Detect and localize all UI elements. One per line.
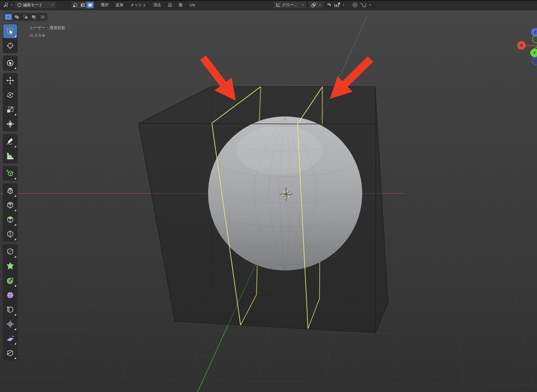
menu-mesh[interactable]: メッシュ: [127, 2, 150, 8]
gizmo-y-label: Y: [533, 51, 536, 55]
menu-vertex[interactable]: 頂点: [150, 2, 165, 8]
sphere-object[interactable]: [208, 116, 362, 270]
tool-inset-faces[interactable]: [3, 198, 17, 212]
select-mode-options-row: [4, 13, 47, 21]
tool-extrude-region[interactable]: [3, 184, 17, 198]
active-object-overlay: (3) 立方体: [29, 33, 45, 38]
tool-shrink-fatten[interactable]: [3, 317, 17, 331]
proportional-editing-icon[interactable]: [352, 2, 358, 8]
orientation-axes-icon: [275, 2, 281, 8]
tool-edge-slide[interactable]: [3, 303, 17, 317]
pivot-point-dropdown[interactable]: ▼: [309, 2, 323, 8]
falloff-curve-icon[interactable]: [360, 3, 367, 8]
tool-select-box[interactable]: [3, 24, 17, 38]
tool-rip-region[interactable]: [3, 346, 17, 360]
tool-shear[interactable]: [3, 332, 17, 346]
mode-dropdown-label: 編集モード: [23, 2, 43, 8]
mode-dropdown[interactable]: 編集モード ▼: [15, 2, 56, 8]
chevron-down-icon: ▼: [51, 4, 54, 6]
tool-poly-build[interactable]: [3, 259, 17, 273]
select-subtract-button[interactable]: [22, 14, 29, 20]
pivot-point-icon: [311, 2, 316, 8]
transform-orientation-dropdown[interactable]: グロー... ▼: [273, 2, 306, 8]
header-bar: ▼ 編集モード ▼ ビュー 選択 追加 メッシュ 頂点 辺 面 UV: [0, 0, 537, 10]
chevron-down-icon[interactable]: ▼: [342, 4, 344, 6]
tool-measure[interactable]: [3, 149, 17, 163]
snap-increment-icon[interactable]: [334, 2, 340, 8]
tool-cursor[interactable]: [3, 39, 17, 53]
header-menus: ビュー 選択 追加 メッシュ 頂点 辺 面 UV: [78, 2, 199, 8]
tool-loop-cut[interactable]: [3, 227, 17, 241]
menu-select[interactable]: 選択: [97, 2, 112, 8]
chevron-down-icon[interactable]: ▼: [369, 4, 371, 6]
menu-uv[interactable]: UV: [186, 3, 199, 7]
chevron-down-icon: ▼: [10, 4, 13, 6]
menu-add[interactable]: 追加: [112, 2, 127, 8]
select-intersect-button[interactable]: [39, 14, 46, 20]
gizmo-y-neg-axis: [532, 36, 537, 43]
menu-edge[interactable]: 辺: [165, 2, 176, 8]
tool-transform[interactable]: [3, 56, 17, 70]
proportional-editing-controls: ▼: [352, 2, 371, 8]
tool-smooth[interactable]: [3, 288, 17, 302]
select-extend-button[interactable]: [13, 14, 21, 20]
tool-add-cube[interactable]: [3, 166, 17, 180]
toolbar: [3, 24, 18, 361]
tool-transform-cage[interactable]: [3, 117, 17, 131]
edit-mode-cube-icon: [17, 3, 22, 7]
menu-face[interactable]: 面: [175, 2, 186, 8]
chevron-down-icon: ▼: [302, 4, 304, 6]
view-name-overlay: ユーザー・透視投影: [29, 25, 66, 31]
blender-window: { "header": { "editor": { "icon": "viewp…: [0, 0, 537, 392]
vertex-select-mode-button[interactable]: [71, 2, 79, 8]
snap-controls: ▼: [326, 2, 344, 8]
tool-knife[interactable]: [3, 245, 17, 259]
tool-move[interactable]: [3, 74, 17, 87]
tool-annotate[interactable]: [3, 134, 17, 148]
orientation-label: グロー...: [282, 2, 297, 8]
menu-view[interactable]: ビュー: [78, 2, 97, 8]
gizmo-z-label: Z: [534, 30, 537, 34]
viewport-canvas[interactable]: Z X Y: [0, 0, 537, 392]
tool-scale[interactable]: [3, 102, 17, 116]
tool-bevel[interactable]: [3, 213, 17, 227]
chevron-down-icon: ▼: [319, 4, 321, 6]
snap-magnet-icon[interactable]: [326, 2, 332, 8]
editor-type-button[interactable]: ▼: [3, 2, 13, 8]
select-invert-button[interactable]: [30, 14, 38, 20]
gizmo-x-label: X: [520, 43, 523, 47]
select-set-button[interactable]: [5, 14, 12, 20]
viewport-editor-icon: [3, 2, 9, 8]
tool-spin[interactable]: [3, 274, 17, 288]
tool-rotate[interactable]: [3, 88, 17, 102]
